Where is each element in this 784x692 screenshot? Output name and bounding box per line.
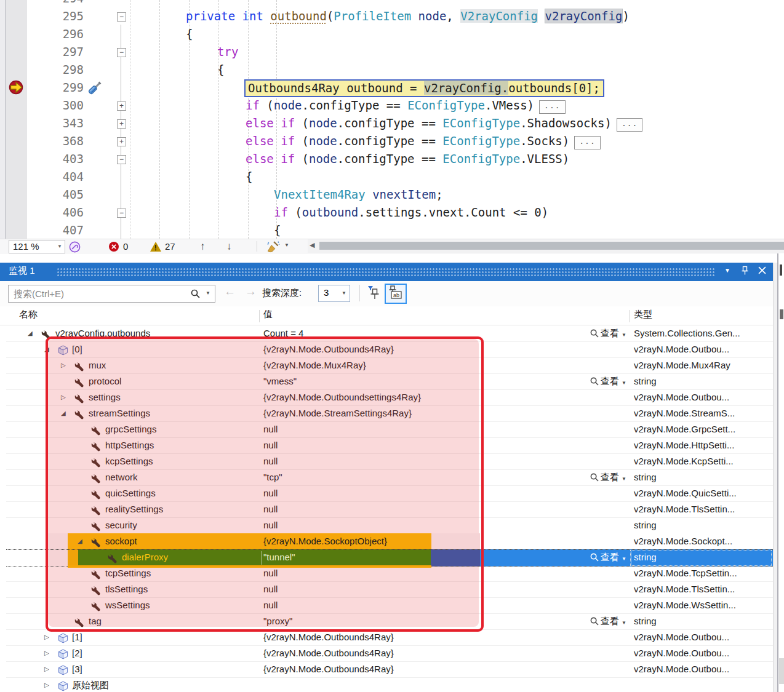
watch-search-box[interactable]: ▼ bbox=[8, 285, 215, 303]
folded-region-box[interactable]: ... bbox=[539, 100, 565, 114]
watch-type: v2rayN.Mode.Sockopt... bbox=[634, 533, 732, 549]
view-value-button[interactable]: 查看▼ bbox=[590, 550, 626, 567]
warning-icon[interactable] bbox=[150, 241, 162, 255]
collapse-node-icon[interactable]: ◢ bbox=[61, 405, 66, 421]
watch-row-realitySettings[interactable]: realitySettingsnullv2rayN.Mode.TlsSettin… bbox=[6, 501, 773, 518]
line-number: 406 bbox=[36, 204, 84, 221]
code-cleanup-broom-icon[interactable] bbox=[266, 241, 281, 254]
collapse-node-icon[interactable]: ◢ bbox=[78, 533, 82, 549]
watch-value: {v2rayN.Mode.SockoptObject} bbox=[263, 533, 387, 549]
expand-node-icon[interactable]: ▷ bbox=[61, 357, 66, 373]
watch-value: null bbox=[263, 421, 278, 437]
column-resize-handle[interactable] bbox=[259, 310, 260, 322]
watch-row-raw-view[interactable]: ▷原始视图 bbox=[6, 677, 773, 692]
chevron-down-icon: ▼ bbox=[342, 290, 346, 296]
pin-filter-icon[interactable] bbox=[367, 285, 382, 303]
watch-row-tag[interactable]: tag"proxy"查看▼string bbox=[6, 613, 773, 630]
expand-node-icon[interactable]: ▷ bbox=[44, 645, 49, 661]
expand-node-icon[interactable]: ▷ bbox=[44, 677, 49, 692]
code-health-icon[interactable] bbox=[68, 241, 81, 254]
expand-region-box[interactable]: + bbox=[117, 101, 126, 111]
expand-region-box[interactable]: + bbox=[117, 137, 126, 146]
watch-row-tcpSettings[interactable]: tcpSettingsnullv2rayN.Mode.TcpSettin... bbox=[6, 565, 773, 582]
watch-row-0[interactable]: ◢[0]{v2rayN.Mode.Outbounds4Ray}v2rayN.Mo… bbox=[6, 341, 773, 358]
expand-node-icon[interactable]: ▷ bbox=[44, 629, 49, 645]
zoom-level-select[interactable]: 121 % ▼ bbox=[9, 240, 65, 253]
collapse-node-icon[interactable]: ◢ bbox=[28, 325, 33, 341]
watch-row-2[interactable]: ▷[2]{v2rayN.Mode.Outbounds4Ray}v2rayN.Mo… bbox=[6, 645, 773, 662]
watch-type: string bbox=[634, 613, 657, 629]
watch-title-bar[interactable]: 监视 1 ▼ bbox=[0, 263, 773, 281]
code-line-296: 296{ bbox=[0, 25, 784, 43]
chevron-down-icon[interactable]: ▼ bbox=[284, 239, 289, 252]
search-forward-arrow-icon[interactable]: → bbox=[245, 285, 257, 298]
next-issue-arrow-down-icon[interactable]: ↓ bbox=[226, 240, 232, 253]
scroll-left-arrow-icon[interactable]: ◀ bbox=[310, 241, 314, 249]
panel-gap bbox=[0, 254, 777, 263]
column-header-name[interactable]: 名称 bbox=[19, 309, 38, 320]
folded-region-box[interactable]: ... bbox=[574, 136, 600, 149]
folded-region-box[interactable]: ... bbox=[617, 118, 642, 132]
search-icon[interactable] bbox=[191, 289, 200, 301]
collapse-region-box[interactable]: − bbox=[117, 209, 126, 218]
adjacent-panel-fragment bbox=[780, 264, 782, 276]
view-value-button[interactable]: 查看▼ bbox=[590, 325, 626, 343]
expand-node-icon[interactable]: ▷ bbox=[61, 389, 66, 405]
search-back-arrow-icon[interactable]: ← bbox=[224, 285, 236, 298]
view-value-button[interactable]: 查看▼ bbox=[590, 613, 626, 631]
line-number: 296 bbox=[36, 25, 84, 43]
watch-row-quicSettings[interactable]: quicSettingsnullv2rayN.Mode.QuicSetti... bbox=[6, 485, 773, 502]
expand-region-box[interactable]: + bbox=[117, 119, 126, 129]
watch-row-streamSettings[interactable]: ◢streamSettings{v2rayN.Mode.StreamSettin… bbox=[6, 405, 773, 422]
watch-value: "tcp" bbox=[263, 469, 282, 485]
view-value-button[interactable]: 查看▼ bbox=[590, 373, 626, 391]
expand-node-icon[interactable]: ▷ bbox=[44, 661, 49, 677]
watch-row-mux[interactable]: ▷mux{v2rayN.Mode.Mux4Ray}v2rayN.Mode.Mux… bbox=[6, 357, 773, 374]
pin-properties-toggle[interactable]: ab bbox=[385, 284, 407, 304]
search-depth-select[interactable]: 3 ▼ bbox=[318, 285, 350, 302]
watch-row-1[interactable]: ▷[1]{v2rayN.Mode.Outbounds4Ray}v2rayN.Mo… bbox=[6, 629, 773, 646]
watch-name: wsSettings bbox=[105, 597, 150, 613]
code-text: try bbox=[217, 43, 238, 61]
chevron-down-icon[interactable]: ▼ bbox=[206, 290, 210, 296]
watch-row-kcpSettings[interactable]: kcpSettingsnullv2rayN.Mode.KcpSetti... bbox=[6, 453, 773, 470]
watch-name: httpSettings bbox=[105, 437, 154, 453]
close-icon[interactable] bbox=[756, 266, 768, 278]
code-text: VnextItem4Ray vnextItem; bbox=[274, 186, 443, 204]
code-line-299: 299Outbounds4Ray outbound = v2rayConfig.… bbox=[0, 79, 784, 97]
watch-row-grpcSettings[interactable]: grpcSettingsnullv2rayN.Mode.GrpcSett... bbox=[6, 421, 773, 438]
error-icon[interactable] bbox=[108, 241, 119, 255]
collapse-node-icon[interactable]: ◢ bbox=[44, 341, 49, 357]
column-header-type[interactable]: 类型 bbox=[634, 309, 652, 320]
watch-row-settings[interactable]: ▷settings{v2rayN.Mode.Outboundsettings4R… bbox=[6, 389, 773, 406]
collapse-region-box[interactable]: − bbox=[117, 48, 126, 57]
watch-row-tlsSettings[interactable]: tlsSettingsnullv2rayN.Mode.TlsSettin... bbox=[6, 581, 773, 598]
watch-type: v2rayN.Mode.StreamS... bbox=[634, 405, 735, 421]
horizontal-scrollbar-thumb[interactable] bbox=[319, 242, 784, 250]
watch-row-sockopt[interactable]: ◢sockopt{v2rayN.Mode.SockoptObject}v2ray… bbox=[6, 533, 773, 549]
focused-type-cell bbox=[630, 550, 772, 566]
watch-row-httpSettings[interactable]: httpSettingsnullv2rayN.Mode.HttpSetti... bbox=[6, 437, 773, 454]
collapse-region-box[interactable]: − bbox=[117, 12, 126, 22]
watch-row-v2rayConfig-outbounds[interactable]: ◢v2rayConfig.outboundsCount = 4查看▼System… bbox=[6, 325, 773, 342]
watch-type: v2rayN.Mode.QuicSetti... bbox=[634, 485, 737, 501]
watch-name: kcpSettings bbox=[105, 453, 153, 469]
window-position-chevron-icon[interactable]: ▼ bbox=[721, 267, 734, 279]
watch-row-network[interactable]: network"tcp"查看▼string bbox=[6, 469, 773, 486]
view-button-label: 查看 bbox=[601, 552, 619, 562]
watch-row-3[interactable]: ▷[3]{v2rayN.Mode.Outbounds4Ray}v2rayN.Mo… bbox=[6, 661, 773, 678]
collapse-region-box[interactable]: − bbox=[117, 155, 126, 164]
prev-issue-arrow-up-icon[interactable]: ↑ bbox=[200, 240, 206, 253]
search-input[interactable] bbox=[12, 286, 193, 301]
watch-row-wsSettings[interactable]: wsSettingsnullv2rayN.Mode.WsSettin... bbox=[6, 597, 773, 614]
view-value-button[interactable]: 查看▼ bbox=[590, 469, 626, 487]
watch-row-protocol[interactable]: protocol"vmess"查看▼string bbox=[6, 373, 773, 390]
pin-icon[interactable] bbox=[738, 266, 751, 278]
column-header-value[interactable]: 值 bbox=[263, 309, 273, 320]
watch-row-dialerProxy[interactable]: dialerProxy"tunnel"查看▼string bbox=[6, 549, 773, 567]
watch-row-security[interactable]: securitynullstring bbox=[6, 517, 773, 534]
watch-name: mux bbox=[89, 357, 106, 373]
code-editor: 294295−private int outbound(ProfileItem … bbox=[0, 0, 784, 253]
watch-type: string bbox=[634, 469, 657, 485]
column-resize-handle[interactable] bbox=[629, 310, 630, 322]
